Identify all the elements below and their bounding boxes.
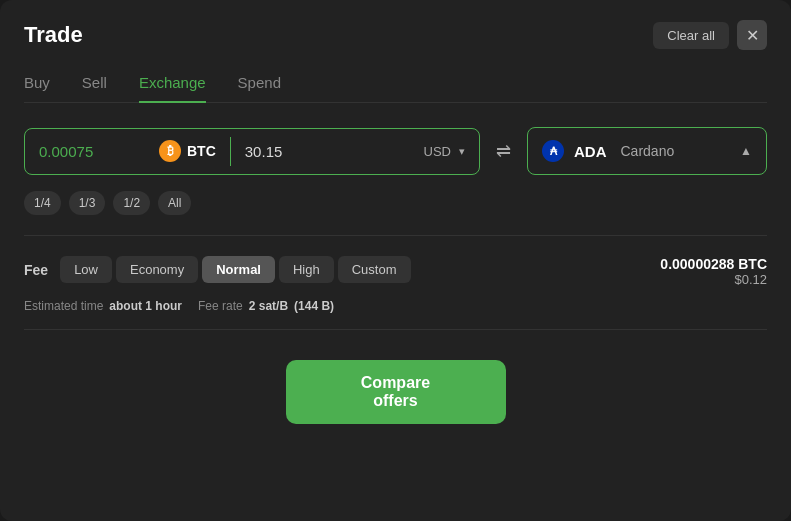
target-currency-group: ₳ ADA Cardano ▲ <box>527 127 767 175</box>
tab-exchange[interactable]: Exchange <box>139 74 206 103</box>
fraction-btn-third[interactable]: 1/3 <box>69 191 106 215</box>
fee-usd-amount: $0.12 <box>660 272 767 287</box>
tab-sell[interactable]: Sell <box>82 74 107 103</box>
swap-icon[interactable]: ⇌ <box>492 136 515 166</box>
separator-1 <box>24 235 767 236</box>
fee-opt-custom[interactable]: Custom <box>338 256 411 283</box>
from-input-group: ₿ BTC 30.15 USD ▾ <box>24 128 480 175</box>
separator-2 <box>24 329 767 330</box>
estimated-label: Estimated time <box>24 299 103 313</box>
fraction-row: 1/4 1/3 1/2 All <box>24 191 767 215</box>
from-currency-badge: ₿ BTC <box>145 129 230 174</box>
from-currency-label: BTC <box>187 143 216 159</box>
fraction-btn-half[interactable]: 1/2 <box>113 191 150 215</box>
usd-currency: USD <box>424 144 451 159</box>
fee-right: 0.00000288 BTC $0.12 <box>660 256 767 287</box>
header-actions: Clear all ✕ <box>653 20 767 50</box>
fraction-btn-quarter[interactable]: 1/4 <box>24 191 61 215</box>
tab-spend[interactable]: Spend <box>238 74 281 103</box>
estimated-value: about 1 hour <box>109 299 182 313</box>
compare-offers-button[interactable]: Compare offers <box>286 360 506 424</box>
target-currency-label: ADA <box>574 143 607 160</box>
ada-icon: ₳ <box>542 140 564 162</box>
exchange-row: ₿ BTC 30.15 USD ▾ ⇌ ₳ ADA Cardano ▲ <box>24 127 767 175</box>
close-button[interactable]: ✕ <box>737 20 767 50</box>
fee-rate-label: Fee rate <box>198 299 243 313</box>
fee-section: Fee Low Economy Normal High Custom 0.000… <box>24 256 767 287</box>
fee-options: Low Economy Normal High Custom <box>60 256 410 283</box>
fee-left: Fee Low Economy Normal High Custom <box>24 256 411 283</box>
ada-dropdown-icon[interactable]: ▲ <box>740 144 752 158</box>
fee-opt-economy[interactable]: Economy <box>116 256 198 283</box>
trade-panel: Trade Clear all ✕ Buy Sell Exchange Spen… <box>0 0 791 521</box>
tab-buy[interactable]: Buy <box>24 74 50 103</box>
fee-size-value: (144 B) <box>294 299 334 313</box>
panel-header: Trade Clear all ✕ <box>24 20 767 50</box>
fee-label: Fee <box>24 262 48 278</box>
tabs: Buy Sell Exchange Spend <box>24 74 767 103</box>
usd-value: 30.15 <box>245 143 416 160</box>
clear-all-button[interactable]: Clear all <box>653 22 729 49</box>
btc-icon: ₿ <box>159 140 181 162</box>
fee-opt-low[interactable]: Low <box>60 256 112 283</box>
fee-opt-normal[interactable]: Normal <box>202 256 275 283</box>
fraction-btn-all[interactable]: All <box>158 191 191 215</box>
fee-opt-high[interactable]: High <box>279 256 334 283</box>
usd-dropdown-icon[interactable]: ▾ <box>459 145 465 158</box>
panel-title: Trade <box>24 22 83 48</box>
from-amount-input[interactable] <box>25 129 145 174</box>
fee-rate-value: 2 sat/B <box>249 299 288 313</box>
target-currency-name: Cardano <box>621 143 731 159</box>
estimated-row: Estimated time about 1 hour Fee rate 2 s… <box>24 299 767 313</box>
fee-btc-amount: 0.00000288 BTC <box>660 256 767 272</box>
usd-part: 30.15 USD ▾ <box>231 129 479 174</box>
